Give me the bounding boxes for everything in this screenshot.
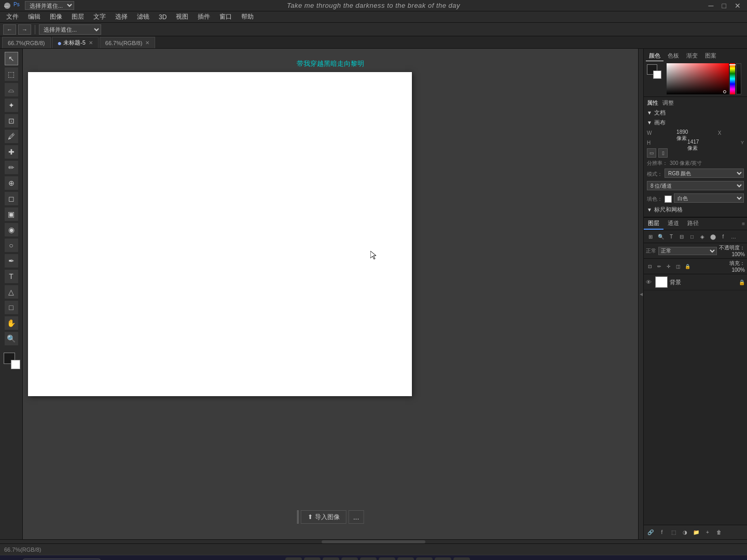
system-clock[interactable]: 5:29 2024/3/27 [704, 558, 730, 561]
canvas-area[interactable]: 带我穿越黑暗走向黎明 ⬆ 导入图像 ... [23, 49, 638, 539]
minimize-button[interactable]: ─ [4, 3, 10, 9]
layers-options-btn[interactable]: ≡ [740, 220, 747, 228]
filter-btn[interactable]: T [667, 232, 676, 241]
menu-filter[interactable]: 滤镜 [133, 11, 154, 22]
menu-help[interactable]: 帮助 [237, 11, 258, 22]
mode-select[interactable]: RGB 颜色 [665, 169, 744, 178]
lock-icon[interactable]: X [718, 130, 722, 136]
tab-2[interactable]: ● 未标题-5 ✕ [52, 37, 99, 48]
tool-select[interactable]: 选择并遮住... [25, 1, 74, 10]
tool-blur[interactable]: ◉ [5, 223, 18, 236]
landscape-icon[interactable]: ▯ [658, 148, 668, 158]
maximize-btn[interactable]: □ [720, 2, 728, 10]
menu-file[interactable]: 文件 [2, 11, 23, 22]
lock-transparent-btn[interactable]: ⊡ [646, 262, 654, 271]
delete-layer-btn[interactable]: 🗑 [714, 528, 724, 537]
start-button[interactable]: ⊞ [4, 558, 20, 561]
props-tab-adjustments[interactable]: 调整 [662, 99, 674, 107]
adjustment-btn[interactable]: ◑ [680, 528, 689, 537]
bg-color-select[interactable]: 白色 [674, 193, 744, 203]
taskbar-app-edge[interactable]: 🌐 [360, 557, 377, 561]
type-filter-btn[interactable]: ⊟ [677, 232, 686, 241]
menu-image[interactable]: 图像 [46, 11, 66, 22]
tool-pen[interactable]: ✒ [5, 254, 18, 268]
import-image-button[interactable]: ⬆ 导入图像 [301, 510, 347, 524]
lock-pixels-btn[interactable]: ✏ [655, 262, 663, 271]
color-tab-gradient[interactable]: 渐变 [683, 51, 701, 61]
background-swatch[interactable] [11, 360, 20, 369]
taskbar-app-creative[interactable]: 🎨 [435, 557, 451, 561]
right-panel-collapse[interactable]: ◀ [638, 49, 643, 539]
portrait-icon[interactable]: ▭ [647, 148, 656, 158]
tab-3-close[interactable]: ✕ [145, 40, 149, 46]
props-tab-properties[interactable]: 属性 [647, 99, 658, 107]
layers-tab-paths[interactable]: 路径 [683, 218, 703, 230]
tool-dodge[interactable]: ○ [5, 239, 18, 252]
lock-position-btn[interactable]: ✛ [665, 262, 673, 271]
taskbar-app-store[interactable]: 🛒 [323, 557, 339, 561]
bg-color-box[interactable] [653, 71, 661, 79]
smart-filter-btn[interactable]: ◈ [698, 232, 707, 241]
tool-clone[interactable]: ⊕ [5, 176, 18, 190]
lock-all-btn[interactable]: 🔒 [683, 262, 691, 271]
new-group-btn[interactable]: ⊞ [646, 232, 655, 241]
layers-tab-channels[interactable]: 通道 [663, 218, 683, 230]
tool-text[interactable]: T [5, 270, 18, 283]
menu-window[interactable]: 窗口 [215, 11, 236, 22]
tab-2-close[interactable]: ✕ [89, 40, 93, 46]
tool-move[interactable]: ↖ [5, 52, 18, 65]
more-options-button[interactable]: ... [349, 510, 364, 524]
select-mode-select[interactable]: 选择并遮住... [39, 24, 101, 35]
bit-depth-select[interactable]: 8 位/通道 [647, 181, 744, 190]
taskbar-app-files[interactable]: 📁 [304, 557, 321, 561]
tab-3[interactable]: 66.7%(RGB/8) ✕ [100, 37, 156, 48]
tab-1[interactable]: 66.7%(RGB/8) [2, 37, 51, 48]
taskbar-app-music[interactable]: 🎵 [397, 557, 414, 561]
taskbar-search[interactable]: 🔍 搜索 [23, 558, 101, 561]
taskbar-app-teams[interactable]: 🔮 [416, 557, 433, 561]
tool-healing[interactable]: ✚ [5, 145, 18, 159]
menu-text[interactable]: 文字 [89, 11, 110, 22]
link-layers-btn[interactable]: 🔗 [646, 528, 655, 537]
new-layer-btn[interactable]: + [703, 528, 712, 537]
menu-select[interactable]: 选择 [111, 11, 132, 22]
group-btn[interactable]: 📁 [691, 528, 701, 537]
minimize-btn[interactable]: ─ [707, 2, 716, 10]
tool-eraser[interactable]: ◻ [5, 192, 18, 205]
shape-filter-btn[interactable]: ⬤ [708, 232, 717, 241]
taskbar-app-photos[interactable]: 🎯 [341, 557, 358, 561]
tool-select[interactable]: ⬚ [5, 67, 18, 81]
color-gradient-picker[interactable] [667, 63, 729, 94]
close-btn[interactable]: ✕ [732, 2, 743, 10]
search-btn[interactable]: 🔍 [656, 232, 666, 241]
hue-slider[interactable] [730, 63, 735, 94]
tool-zoom[interactable]: 🔍 [5, 332, 18, 345]
more-filter-btn[interactable]: … [729, 232, 738, 241]
layers-tab-layers[interactable]: 图层 [644, 218, 663, 230]
tool-magic-wand[interactable]: ✦ [5, 99, 18, 112]
tool-crop[interactable]: ⊡ [5, 114, 18, 128]
layer-item-background[interactable]: 👁 背景 🔒 [644, 274, 747, 290]
menu-plugin[interactable]: 插件 [193, 11, 214, 22]
menu-3d[interactable]: 3D [155, 12, 171, 22]
forward-button[interactable]: → [18, 24, 31, 35]
tool-eyedropper[interactable]: 🖉 [5, 130, 18, 143]
tool-gradient[interactable]: ▣ [5, 207, 18, 221]
layer-visibility-icon[interactable]: 👁 [646, 279, 653, 285]
taskbar-app-mail[interactable]: 📧 [379, 557, 395, 561]
back-button[interactable]: ← [3, 24, 16, 35]
opacity-slider[interactable] [736, 63, 741, 94]
color-tab-color[interactable]: 颜色 [646, 51, 663, 61]
menu-view[interactable]: 视图 [172, 11, 192, 22]
mask-btn[interactable]: ⬚ [669, 528, 678, 537]
color-tab-pattern[interactable]: 图案 [702, 51, 720, 61]
fx-filter-btn[interactable]: f [718, 232, 728, 241]
tool-brush[interactable]: ✏ [5, 161, 18, 174]
tool-shape[interactable]: □ [5, 301, 18, 314]
color-tab-swatches[interactable]: 色板 [665, 51, 682, 61]
tool-lasso[interactable]: ⌓ [5, 83, 18, 96]
layer-style-btn[interactable]: f [657, 528, 667, 537]
taskbar-app-explorer[interactable]: 🏝 [285, 557, 302, 561]
pixel-filter-btn[interactable]: □ [687, 232, 697, 241]
tool-hand[interactable]: ✋ [5, 316, 18, 330]
